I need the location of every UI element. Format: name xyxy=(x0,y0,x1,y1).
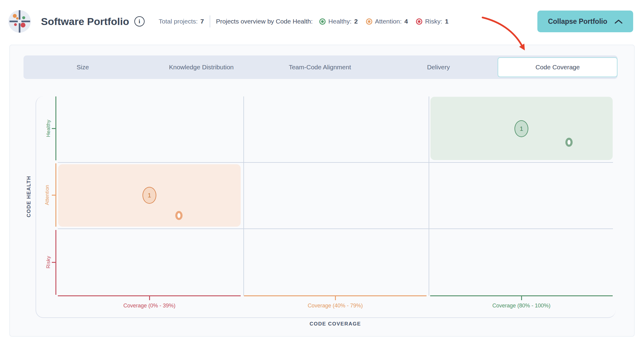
legend-item-attention: Attention: 4 xyxy=(366,18,408,25)
y-axis-segment-risky xyxy=(55,230,56,295)
software-portfolio-screen: Software Portfolio i Total projects: 7 P… xyxy=(0,0,644,346)
overview-label: Projects overview by Code Health: xyxy=(216,18,313,25)
page-title: Software Portfolio xyxy=(41,16,129,27)
collapse-portfolio-label: Collapse Portfolio xyxy=(548,17,607,26)
y-axis-tick-risky xyxy=(52,262,55,263)
y-axis-label-attention: Attention xyxy=(44,185,50,205)
y-axis-tick-healthy xyxy=(52,128,55,129)
legend-risky-value: 1 xyxy=(445,18,449,25)
total-projects-stat: Total projects: 7 xyxy=(159,18,204,25)
x-axis-tick-high xyxy=(521,296,522,300)
legend-healthy-label: Healthy: xyxy=(328,18,352,25)
header: Software Portfolio i Total projects: 7 P… xyxy=(0,0,644,43)
cluster-bubble-attention[interactable]: 1 xyxy=(142,187,156,204)
legend-item-healthy: Healthy: 2 xyxy=(319,18,358,25)
legend-item-risky: Risky: 1 xyxy=(416,18,449,25)
y-axis-title: CODE HEALTH xyxy=(26,176,32,217)
chevron-up-icon xyxy=(614,19,623,24)
portfolio-panel: Size Knowledge Distribution Team-Code Al… xyxy=(9,45,635,337)
grid-line-vertical-1 xyxy=(243,96,244,296)
app-logo-icon xyxy=(8,10,31,33)
cluster-bubble-healthy[interactable]: 1 xyxy=(514,120,528,137)
x-axis-label-low: Coverage (0% - 39%) xyxy=(123,303,175,309)
y-axis-tick-attention xyxy=(52,195,55,196)
risky-status-icon xyxy=(416,18,422,25)
x-axis-title: CODE COVERAGE xyxy=(310,321,361,327)
total-projects-value: 7 xyxy=(200,18,204,25)
legend-risky-label: Risky: xyxy=(425,18,442,25)
y-axis-segment-attention xyxy=(55,163,56,227)
legend-healthy-value: 2 xyxy=(354,18,358,25)
total-projects-label: Total projects: xyxy=(159,18,198,25)
collapse-portfolio-button[interactable]: Collapse Portfolio xyxy=(537,11,633,32)
attention-status-icon xyxy=(366,18,372,25)
healthy-status-icon xyxy=(319,18,326,25)
project-point-attention[interactable] xyxy=(175,211,183,220)
grid-line-horizontal-1 xyxy=(58,162,613,163)
x-axis-tick-mid xyxy=(335,296,336,300)
info-icon[interactable]: i xyxy=(134,16,145,27)
legend-attention-value: 4 xyxy=(405,18,408,25)
code-coverage-matrix-chart: Healthy Attention Risky CODE HEALTH Cove… xyxy=(10,45,634,336)
y-axis-label-healthy: Healthy xyxy=(45,120,52,137)
legend-attention-label: Attention: xyxy=(375,18,402,25)
header-divider xyxy=(210,15,210,27)
x-axis-tick-low xyxy=(149,296,150,300)
y-axis-segment-healthy xyxy=(55,96,56,160)
x-axis-label-mid: Coverage (40% - 79%) xyxy=(308,303,363,309)
y-axis-label-risky: Risky xyxy=(45,256,52,269)
project-point-healthy[interactable] xyxy=(565,138,573,147)
grid-line-horizontal-2 xyxy=(58,228,613,229)
code-health-legend: Healthy: 2 Attention: 4 Risky: 1 xyxy=(319,18,449,25)
grid-line-vertical-2 xyxy=(429,96,429,296)
x-axis-label-high: Coverage (80% - 100%) xyxy=(492,303,550,309)
